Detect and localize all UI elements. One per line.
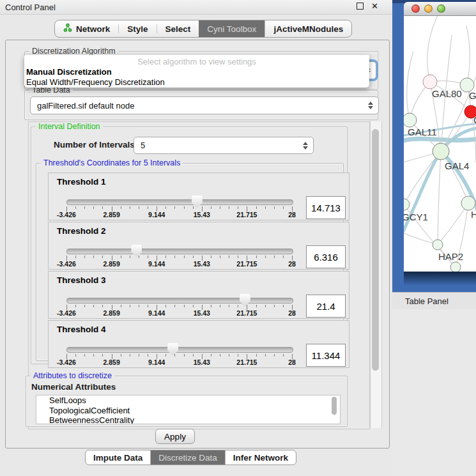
slider-track[interactable]: [66, 249, 293, 254]
numerical-attributes-label: Numerical Attributes: [31, 382, 116, 392]
threshold-panel: Threshold 1-3.4262.8599.14415.4321.71528…: [48, 173, 349, 220]
combo-arrows-icon: [368, 102, 373, 109]
algorithm-dropdown-popup: Select algorithm to view settings Manual…: [24, 55, 369, 88]
attributes-group-title: Attributes to discretize: [31, 371, 114, 380]
network-icon: [63, 23, 72, 35]
threshold-label: Threshold 1: [57, 177, 106, 187]
attribute-list-item[interactable]: BetweennessCentrality: [43, 415, 340, 424]
threshold-panel: Threshold 3-3.4262.8599.14415.4321.71528…: [48, 271, 349, 319]
algorithm-hint: Select algorithm to view settings: [24, 55, 369, 66]
threshold-value-field[interactable]: 14.713: [306, 196, 346, 219]
network-node[interactable]: [433, 143, 449, 160]
threshold-label: Threshold 4: [57, 325, 106, 334]
slider-tick-labels: -3.4262.8599.14415.4321.71528: [66, 358, 292, 366]
tab-cyni-toolbox[interactable]: Cyni Toolbox: [199, 20, 265, 37]
attribute-list-item[interactable]: TopologicalCoefficient: [43, 406, 340, 416]
zoom-window-icon[interactable]: [437, 4, 445, 13]
slider-track[interactable]: [66, 298, 293, 303]
interval-definition-group: Interval Definition Number of Intervals …: [31, 127, 348, 364]
interval-definition-group-title: Interval Definition: [36, 122, 103, 131]
algorithm-option-manual[interactable]: Manual Discretization: [24, 66, 369, 77]
network-node-label: GCY1: [404, 211, 428, 222]
settings-vertical-scrollbar[interactable]: [370, 121, 382, 428]
threshold-panel: Threshold 2-3.4262.8599.14415.4321.71528…: [48, 222, 349, 270]
slider-track[interactable]: [66, 347, 293, 353]
control-panel-titlebar: Control Panel ✕: [0, 0, 392, 15]
network-node[interactable]: [450, 262, 461, 272]
control-panel-title: Control Panel: [0, 3, 56, 12]
network-node-label: GAL4: [445, 160, 469, 171]
close-window-icon[interactable]: [411, 4, 420, 13]
tab-style[interactable]: Style: [119, 20, 156, 37]
network-window-bottom-shade: [404, 272, 476, 292]
table-panel-title: Table Panel: [392, 296, 449, 306]
combo-arrows-icon: [303, 142, 308, 150]
attributes-list-scrollbar[interactable]: [332, 397, 337, 415]
network-node-label: GAL80: [432, 88, 462, 99]
table-panel-body: ⚙ ☑☑ shared… na YDL19…YDL1YDR27…YDR2YBR0…: [392, 309, 476, 476]
control-panel-tabbar: Network Style Select Cyni Toolbox jActiv…: [54, 20, 352, 38]
network-node-label: HAP2: [438, 251, 463, 262]
minimize-window-icon[interactable]: [424, 4, 433, 13]
network-node[interactable]: [423, 75, 437, 89]
threshold-panel: Threshold 4-3.4262.8599.14415.4321.71528…: [48, 320, 349, 368]
number-of-intervals-value: 5: [141, 141, 145, 150]
float-panel-icon[interactable]: [357, 3, 364, 10]
bottom-tabbar: Impute Data Discretize Data Infer Networ…: [85, 450, 296, 465]
network-node[interactable]: [404, 113, 417, 127]
threshold-value-field[interactable]: 6.316: [306, 245, 346, 268]
slider-tick-labels: -3.4262.8599.14415.4321.71528: [66, 309, 292, 317]
slider-tick-labels: -3.4262.8599.14415.4321.71528: [66, 211, 292, 219]
scrollbar-thumb[interactable]: [372, 129, 379, 371]
network-edge[interactable]: [438, 151, 441, 245]
screen: Control Panel ✕ Network Style Select Cyn…: [0, 0, 476, 476]
network-node[interactable]: [461, 196, 475, 210]
tab-impute-data[interactable]: Impute Data: [86, 450, 150, 464]
network-window-titlebar: [404, 2, 476, 16]
discretization-algorithm-group-title: Discretization Algorithm: [29, 47, 118, 56]
table-data-combobox[interactable]: galFiltered.sif default node: [30, 96, 379, 114]
table-data-group: Table Data galFiltered.sif default node: [24, 90, 378, 120]
network-view-canvas[interactable]: GAL80GACGAL11GAL4GCY1HHAP2: [404, 16, 476, 272]
table-data-value: galFiltered.sif default node: [37, 101, 134, 111]
network-node[interactable]: [433, 240, 443, 250]
slider-tick-labels: -3.4262.8599.14415.4321.71528: [66, 260, 292, 268]
network-node-label: GA: [469, 90, 476, 101]
tab-select[interactable]: Select: [157, 20, 199, 37]
threshold-label: Threshold 2: [57, 226, 106, 236]
threshold-label: Threshold 3: [57, 275, 106, 285]
attribute-list-item[interactable]: SelfLoops: [43, 395, 340, 406]
network-node-label: H: [471, 209, 476, 220]
apply-button[interactable]: Apply: [155, 429, 195, 444]
network-edge[interactable]: [438, 203, 468, 245]
algorithm-option-equal-width[interactable]: Equal Width/Frequency Discretization: [24, 77, 369, 87]
network-node-label: GAL11: [408, 127, 437, 137]
tab-discretize-data[interactable]: Discretize Data: [150, 450, 225, 464]
attributes-group: Attributes to discretize Numerical Attri…: [26, 376, 348, 427]
tab-network[interactable]: Network: [55, 20, 118, 37]
network-node[interactable]: [404, 199, 410, 210]
threshold-value-field[interactable]: 11.344: [306, 344, 346, 367]
network-edge[interactable]: [466, 26, 470, 85]
number-of-intervals-combobox[interactable]: 5: [134, 137, 314, 154]
thresholds-group: Threshold's Coordinates for 5 Intervals …: [36, 163, 344, 361]
network-edge[interactable]: [427, 16, 439, 82]
threshold-value-field[interactable]: 21.4: [306, 295, 346, 318]
slider-track[interactable]: [66, 199, 293, 205]
network-node-label: C: [473, 114, 476, 125]
tab-network-label: Network: [76, 24, 110, 34]
close-panel-icon[interactable]: ✕: [371, 2, 378, 10]
numerical-attributes-list[interactable]: SelfLoopsTopologicalCoefficientBetweenne…: [36, 395, 341, 424]
number-of-intervals-label: Number of Intervals: [54, 140, 135, 150]
thresholds-group-title: Threshold's Coordinates for 5 Intervals: [41, 158, 183, 167]
network-edge[interactable]: [441, 151, 468, 203]
tab-infer-network[interactable]: Infer Network: [225, 450, 296, 464]
table-panel-titlebar: Table Panel: [392, 292, 476, 310]
tab-jactivemnodules[interactable]: jActiveMNodules: [265, 20, 351, 37]
